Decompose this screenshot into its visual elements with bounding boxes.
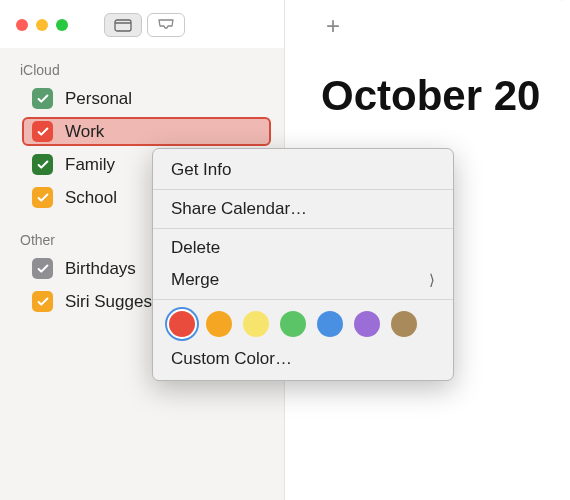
maximize-window-button[interactable] [56,19,68,31]
color-swatch-red[interactable] [169,311,195,337]
calendar-label: Birthdays [65,259,136,279]
menu-label: Delete [171,238,220,258]
inbox-icon [157,18,175,32]
menu-custom-color[interactable]: Custom Color… [153,343,453,375]
add-event-button[interactable]: + [321,14,345,38]
menu-separator [153,228,453,229]
menu-separator [153,299,453,300]
menu-merge[interactable]: Merge ⟩ [153,264,453,296]
calendar-label: School [65,188,117,208]
checkbox-work[interactable] [32,121,53,142]
plus-icon: + [326,12,340,40]
svg-rect-0 [115,20,131,31]
checkbox-siri-suggestions[interactable] [32,291,53,312]
checkbox-school[interactable] [32,187,53,208]
calendars-toggle-button[interactable] [104,13,142,37]
color-swatch-brown[interactable] [391,311,417,337]
calendar-label: Personal [65,89,132,109]
section-header-icloud: iCloud [0,56,285,82]
calendar-personal[interactable]: Personal [0,82,285,115]
menu-label: Custom Color… [171,349,292,369]
calendar-icon [114,18,132,32]
checkbox-birthdays[interactable] [32,258,53,279]
menu-share-calendar[interactable]: Share Calendar… [153,193,453,225]
color-swatch-blue[interactable] [317,311,343,337]
menu-separator [153,189,453,190]
checkbox-personal[interactable] [32,88,53,109]
selection-highlight [22,117,271,146]
color-picker-row [153,303,453,343]
color-swatch-yellow[interactable] [243,311,269,337]
close-window-button[interactable] [16,19,28,31]
calendar-work[interactable]: Work [0,115,285,148]
color-swatch-green[interactable] [280,311,306,337]
inbox-button[interactable] [147,13,185,37]
checkbox-family[interactable] [32,154,53,175]
page-title: October 20 [321,72,540,120]
calendar-label: Family [65,155,115,175]
color-swatch-purple[interactable] [354,311,380,337]
color-swatch-orange[interactable] [206,311,232,337]
menu-delete[interactable]: Delete [153,232,453,264]
menu-get-info[interactable]: Get Info [153,154,453,186]
menu-label: Share Calendar… [171,199,307,219]
traffic-lights [16,19,68,31]
minimize-window-button[interactable] [36,19,48,31]
menu-label: Get Info [171,160,231,180]
menu-label: Merge [171,270,219,290]
context-menu: Get Info Share Calendar… Delete Merge ⟩ … [152,148,454,381]
chevron-right-icon: ⟩ [429,271,435,289]
toolbar-buttons [104,13,185,37]
calendar-label: Work [65,122,104,142]
